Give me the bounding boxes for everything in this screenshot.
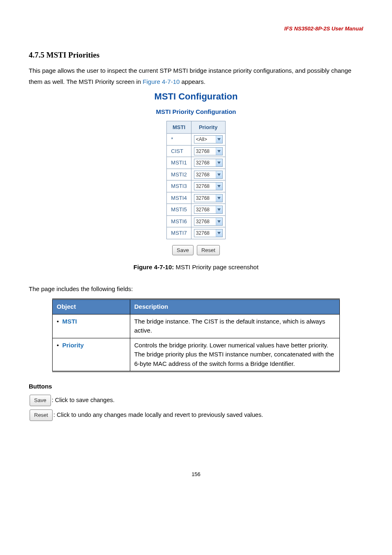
chevron-down-icon (216, 136, 222, 143)
table-row: MSTI1 32768 (167, 157, 225, 169)
save-desc-text: : Click to save changes. (52, 395, 115, 405)
msti-config-title: MSTI Configuration (29, 90, 363, 103)
priority-select[interactable]: 32768 (194, 182, 223, 190)
col-description: Description (130, 299, 339, 314)
table-row: MSTI5 32768 (167, 204, 225, 216)
intro-suffix: appears. (180, 78, 205, 85)
msti-cell: MSTI1 (167, 157, 191, 169)
save-button-inline[interactable]: Save (30, 395, 51, 406)
section-title: 4.7.5 MSTI Priorities (29, 49, 363, 61)
select-value: 32768 (194, 206, 216, 213)
table-row: CIST 32768 (167, 145, 225, 157)
priority-select[interactable]: 32768 (194, 159, 223, 167)
object-label: Priority (62, 342, 84, 349)
priority-select[interactable]: <All> (194, 135, 223, 143)
msti-cell: CIST (167, 145, 191, 157)
chevron-down-icon (216, 159, 222, 166)
figure-caption: Figure 4-7-10: MSTI Priority page screen… (29, 263, 363, 272)
object-cell: • Priority (52, 338, 130, 372)
buttons-title: Buttons (29, 382, 363, 391)
priority-select[interactable]: 32768 (194, 229, 223, 237)
description-cell: The bridge instance. The CIST is the def… (130, 314, 339, 338)
chevron-down-icon (216, 171, 222, 178)
reset-button-inline[interactable]: Reset (30, 409, 53, 421)
msti-cell: MSTI7 (167, 227, 191, 239)
col-object: Object (52, 299, 130, 314)
section-intro: This page allows the user to inspect the… (29, 65, 363, 87)
chevron-down-icon (216, 194, 222, 202)
priority-select[interactable]: 32768 (194, 217, 223, 226)
save-button[interactable]: Save (172, 245, 194, 256)
save-button-description: Save : Click to save changes. (29, 395, 363, 406)
msti-cell: MSTI4 (167, 192, 191, 204)
table-row: • Priority Controls the bridge priority.… (52, 338, 339, 372)
msti-cell: MSTI6 (167, 215, 191, 227)
select-value: 32768 (194, 148, 216, 155)
select-value: <All> (194, 136, 216, 143)
chevron-down-icon (216, 218, 222, 225)
msti-priority-table: MSTI Priority * <All> CIST 32768 MSTI1 3… (166, 121, 225, 239)
fields-intro: The page includes the following fields: (29, 284, 363, 294)
description-table: Object Description • MSTI The bridge ins… (52, 298, 340, 372)
reset-button-description: Reset : Click to undo any changes made l… (29, 409, 363, 421)
object-cell: • MSTI (52, 314, 130, 338)
table-row: MSTI7 32768 (167, 227, 225, 239)
priority-select[interactable]: 32768 (194, 206, 223, 214)
table-row: • MSTI The bridge instance. The CIST is … (52, 314, 339, 338)
msti-cell: MSTI5 (167, 204, 191, 216)
reset-button[interactable]: Reset (197, 245, 220, 256)
caption-label: Figure 4-7-10: (134, 264, 174, 271)
select-value: 32768 (194, 183, 216, 190)
priority-select[interactable]: 32768 (194, 171, 223, 179)
table-row: MSTI6 32768 (167, 215, 225, 227)
msti-config-subtitle: MSTI Priority Configuration (29, 107, 363, 117)
select-value: 32768 (194, 171, 216, 178)
table-row: MSTI2 32768 (167, 169, 225, 180)
figure-ref-link[interactable]: Figure 4-7-10 (143, 78, 180, 85)
reset-desc-text: : Click to undo any changes made locally… (53, 410, 263, 420)
caption-text: MSTI Priority page screenshot (174, 264, 258, 271)
description-cell: Controls the bridge priority. Lower nume… (130, 338, 339, 372)
doc-header: IFS NS3502-8P-2S User Manual (29, 25, 363, 33)
select-value: 32768 (194, 194, 216, 202)
config-button-row: Save Reset (29, 245, 363, 256)
chevron-down-icon (216, 206, 222, 213)
page-number: 156 (29, 470, 363, 479)
msti-cell: * (167, 134, 191, 146)
chevron-down-icon (216, 148, 222, 155)
col-msti: MSTI (167, 121, 191, 134)
priority-cell: <All> (191, 134, 225, 146)
priority-select[interactable]: 32768 (194, 194, 223, 202)
select-value: 32768 (194, 229, 216, 237)
msti-cell: MSTI2 (167, 169, 191, 180)
chevron-down-icon (216, 183, 222, 190)
priority-select[interactable]: 32768 (194, 147, 223, 155)
chevron-down-icon (216, 229, 222, 237)
object-label: MSTI (62, 318, 77, 325)
col-priority: Priority (191, 121, 225, 134)
table-row: MSTI3 32768 (167, 180, 225, 192)
msti-cell: MSTI3 (167, 180, 191, 192)
table-row: * <All> (167, 134, 225, 146)
select-value: 32768 (194, 218, 216, 225)
table-row: MSTI4 32768 (167, 192, 225, 204)
msti-config-block: MSTI Configuration MSTI Priority Configu… (29, 90, 363, 255)
select-value: 32768 (194, 159, 216, 166)
